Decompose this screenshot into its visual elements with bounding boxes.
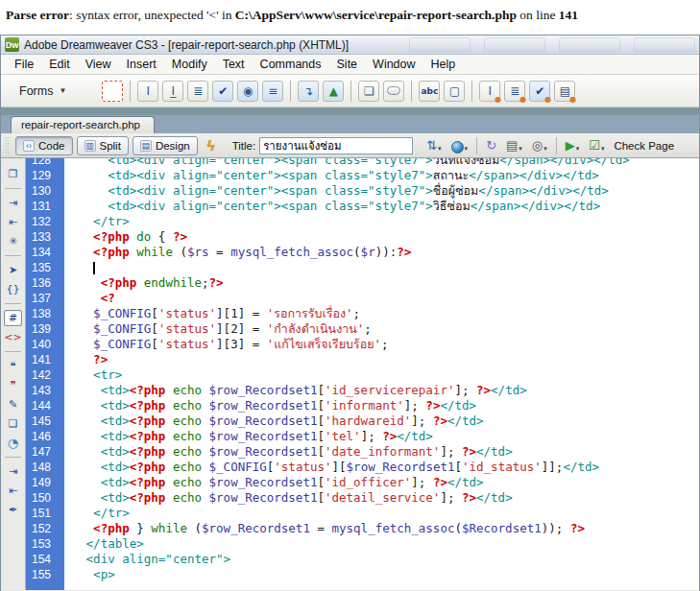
wrap-tag-icon[interactable]: ✎ [4,396,22,413]
collapse-selection-icon[interactable]: ⇤ [4,214,22,230]
code-line-136[interactable]: <?php endwhile;?> [64,275,699,291]
document-tab[interactable]: repair-report-search.php [11,116,155,133]
code-line-143[interactable]: <td><?php echo $row_Recordset1['id_servi… [64,383,699,398]
textarea-icon[interactable]: ≣ [187,81,208,102]
highlight-invalid-code-icon[interactable]: <> [4,329,22,345]
check-page-icon[interactable]: ☑▾ [585,136,608,155]
parse-error-path: C:\AppServ\www\service\repair-report-sea… [235,8,517,22]
code-line-131[interactable]: <td><div align="center"><span class="sty… [64,199,699,214]
insert-category-dropdown[interactable]: Forms ▼ [9,81,77,102]
form-icon[interactable] [102,81,123,102]
code-line-152[interactable]: <?php } while ($row_Recordset1 = mysql_f… [64,521,699,536]
file-management-icon[interactable]: ⇅▾ [422,136,445,155]
list-menu-icon[interactable]: ≡ [262,81,283,102]
live-data-mode-button[interactable]: ϟ [202,136,221,155]
select-parent-tag-icon[interactable]: ➤ [4,262,22,278]
indent-code-icon[interactable]: ⇥ [4,463,22,480]
open-documents-icon[interactable]: ❐ [4,166,22,182]
code-line-140[interactable]: $_CONFIG['status'][3] = 'แก้ไขเสร็จเรียบ… [64,337,699,352]
preview-in-browser-icon[interactable]: ▾ [447,136,472,155]
code-line-153[interactable]: </table> [64,536,699,552]
split-view-button[interactable]: ▥ Split [77,136,129,155]
design-view-button[interactable]: ▤ Design [133,136,198,155]
label-icon[interactable]: abc [419,81,440,102]
code-line-138[interactable]: $_CONFIG['status'][1] = 'รอการรับเรื่อง'… [64,306,699,321]
live-data-view-icon[interactable]: ▶▾ [562,136,584,155]
code-line-146[interactable]: <td><?php echo $row_Recordset1['tel']; ?… [64,429,699,444]
code-line-129[interactable]: <td><div align="center"><span class="sty… [64,168,699,183]
code-line-134[interactable]: <?php while ($rs = mysql_fetch_assoc($r)… [64,245,699,260]
code-line-145[interactable]: <td><?php echo $row_Recordset1['hardware… [64,414,699,429]
file-field-icon[interactable]: ❏ [358,81,379,102]
move-convert-css-icon[interactable]: ◔ [4,435,22,451]
lightning-bolt-icon: ϟ [207,138,214,154]
jump-menu-icon[interactable]: ↴ [298,81,319,102]
document-title-input[interactable] [259,137,413,154]
code-line-148[interactable]: <td><?php echo $_CONFIG['status'][$row_R… [64,460,699,475]
visual-aids-icon[interactable]: ◎▾ [528,136,551,155]
code-pane[interactable]: <td><div align="center"><span class="sty… [64,158,699,590]
code-line-149[interactable]: <td><?php echo $row_Recordset1['id_offic… [64,475,699,490]
menu-window[interactable]: Window [365,56,422,73]
line-number: 152 [26,521,64,536]
title-bar[interactable]: Dw Adobe Dreamweaver CS3 - [repair-repor… [1,35,699,55]
menu-site[interactable]: Site [329,56,366,73]
line-numbers-icon[interactable]: # [4,310,22,326]
code-line-141[interactable]: ?> [64,352,699,367]
workspace-divider [1,107,699,115]
parse-error-banner: Parse error: syntax error, unexpected '<… [0,0,700,35]
code-line-150[interactable]: <td><?php echo $row_Recordset1['detail_s… [64,490,699,506]
image-field-icon[interactable]: ▲ [323,81,344,102]
recent-snippets-icon[interactable]: ❏ [4,415,22,432]
menu-file[interactable]: File [7,56,41,73]
remove-comment-icon[interactable]: ❞ [4,377,22,393]
menu-commands[interactable]: Commands [253,56,329,73]
button-icon[interactable] [383,81,404,102]
design-view-label: Design [156,140,190,152]
code-line-144[interactable]: <td><?php echo $row_Recordset1['informan… [64,398,699,414]
line-number-gutter[interactable]: 1281291301311321331341351361371381391401… [26,158,64,590]
apply-comment-icon[interactable]: ❝ [4,358,22,374]
expand-all-icon[interactable]: ✳ [4,233,22,249]
spry-validation-select-icon[interactable]: ▤ [554,81,575,102]
view-options-icon[interactable]: ▤▾ [502,136,526,155]
spry-validation-textarea-icon[interactable]: ≣ [504,81,525,102]
background-tab [634,37,695,52]
menu-text[interactable]: Text [215,56,253,73]
code-line-133[interactable]: <?php do { ?> [64,229,699,245]
line-number: 151 [26,506,64,521]
radio-button-icon[interactable]: ◉ [237,81,258,102]
toolbar-divider [290,81,291,102]
refresh-design-view-icon[interactable]: ↻ [482,136,500,155]
code-line-139[interactable]: $_CONFIG['status'][2] = 'กำลังดำเนินงาน'… [64,321,699,337]
chevron-down-icon: ▾ [465,144,469,154]
code-line-137[interactable]: <? [64,291,699,306]
code-line-154[interactable]: <div align="center"> [64,552,699,567]
outdent-code-icon[interactable]: ⇤ [4,483,22,499]
menu-help[interactable]: Help [423,56,464,73]
code-line-128[interactable]: <td><div align="center"><span class="sty… [64,158,699,168]
menu-view[interactable]: View [78,56,119,73]
checkbox-icon[interactable]: ✔ [212,81,233,102]
code-line-151[interactable]: </tr> [64,506,699,521]
menu-modify[interactable]: Modify [164,56,215,73]
hidden-field-icon[interactable]: I̲ [162,81,183,102]
code-line-142[interactable]: <tr> [64,367,699,383]
code-line-130[interactable]: <td><div align="center"><span class="sty… [64,183,699,199]
fieldset-icon[interactable]: ▢ [444,81,465,102]
code-line-132[interactable]: </tr> [64,214,699,229]
format-source-code-icon[interactable]: ✒ [4,502,22,518]
code-line-155[interactable]: <p> [64,567,699,582]
balance-braces-icon[interactable]: {} [4,281,22,297]
line-number: 146 [26,429,64,444]
collapse-full-tag-icon[interactable]: ⇥ [4,195,22,211]
spry-validation-checkbox-icon[interactable]: ✔ [529,81,550,102]
text-field-icon[interactable]: I [137,81,158,102]
menu-insert[interactable]: Insert [119,56,164,73]
menu-edit[interactable]: Edit [41,56,78,73]
code-line-135[interactable] [64,260,699,275]
toolbar-divider [5,303,21,304]
spry-validation-text-field-icon[interactable]: I [479,81,500,102]
code-line-147[interactable]: <td><?php echo $row_Recordset1['date_inf… [64,444,699,460]
code-view-button[interactable]: ‹› Code [15,136,73,155]
